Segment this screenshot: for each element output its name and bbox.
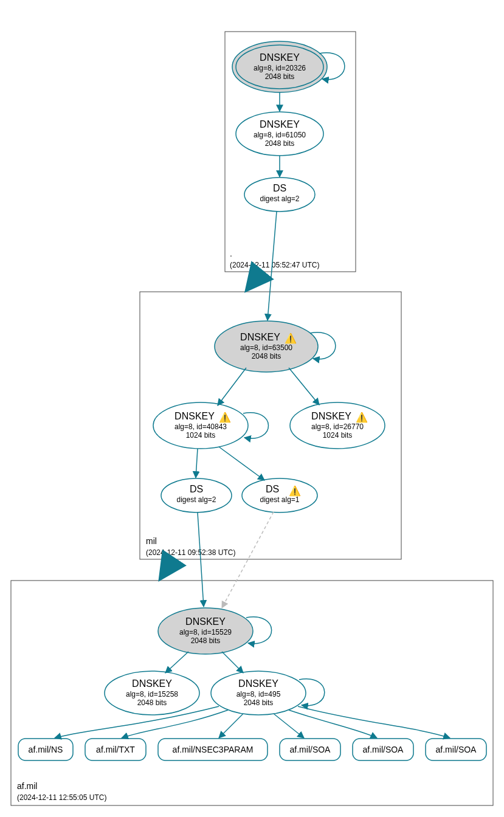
zone-afmil-label: af.mil <box>17 781 37 791</box>
warning-icon: ⚠️ <box>219 412 231 423</box>
node-mil-ksk-line2: 2048 bits <box>252 352 281 360</box>
node-mil-zsk2-title: DNSKEY <box>311 411 351 421</box>
node-mil-ds2-title: DS <box>190 484 203 494</box>
node-mil-zsk1-line1: alg=8, id=40843 <box>174 422 227 431</box>
node-mil-zsk2: DNSKEY ⚠️ alg=8, id=26770 1024 bits <box>290 402 385 449</box>
node-root-ksk-line2: 2048 bits <box>265 72 295 81</box>
zone-afmil-timestamp: (2024-12-11 12:55:05 UTC) <box>17 793 106 802</box>
rrset-nsec3-label: af.mil/NSEC3PARAM <box>173 745 254 754</box>
node-root-ds-title: DS <box>273 183 286 193</box>
warning-icon: ⚠️ <box>356 412 368 423</box>
node-mil-ds1-line1: digest alg=1 <box>260 495 299 504</box>
node-afmil-zsk1-title: DNSKEY <box>132 678 172 689</box>
node-root-ksk-title: DNSKEY <box>260 52 300 63</box>
node-mil-ds2-line1: digest alg=2 <box>176 495 216 504</box>
node-afmil-zsk1-line1: alg=8, id=15258 <box>126 690 178 698</box>
zone-root-timestamp: (2024-12-11 05:52:47 UTC) <box>230 261 319 269</box>
rrset-soa1-label: af.mil/SOA <box>290 745 331 754</box>
rrset-soa-1: af.mil/SOA <box>280 739 340 760</box>
rrset-soa2-label: af.mil/SOA <box>363 745 404 754</box>
node-mil-zsk2-line2: 1024 bits <box>323 431 353 440</box>
node-root-ksk: DNSKEY alg=8, id=20326 2048 bits <box>232 41 327 92</box>
node-afmil-zsk1: DNSKEY alg=8, id=15258 2048 bits <box>105 671 199 715</box>
node-afmil-ksk-line2: 2048 bits <box>191 636 221 645</box>
node-root-zsk: DNSKEY alg=8, id=61050 2048 bits <box>236 112 323 156</box>
node-afmil-ksk-line1: alg=8, id=15529 <box>179 628 232 636</box>
node-root-zsk-line2: 2048 bits <box>265 139 295 148</box>
rrset-soa-3: af.mil/SOA <box>426 739 486 760</box>
node-afmil-zsk2-line1: alg=8, id=495 <box>236 690 281 698</box>
node-mil-zsk2-line1: alg=8, id=26770 <box>311 422 364 431</box>
zone-mil-timestamp: (2024-12-11 09:52:38 UTC) <box>146 548 235 557</box>
node-mil-ksk-line1: alg=8, id=63500 <box>240 343 292 352</box>
dnssec-diagram: . (2024-12-11 05:52:47 UTC) DNSKEY alg=8… <box>0 0 504 817</box>
rrset-ns-label: af.mil/NS <box>29 745 63 754</box>
node-afmil-zsk2-title: DNSKEY <box>238 678 278 689</box>
node-afmil-zsk1-line2: 2048 bits <box>137 698 167 707</box>
node-mil-zsk1-title: DNSKEY <box>174 411 215 421</box>
node-mil-ds1: DS ⚠️ digest alg=1 <box>242 478 317 512</box>
rrset-nsec3param: af.mil/NSEC3PARAM <box>158 739 268 760</box>
node-root-ds: DS digest alg=2 <box>244 178 315 212</box>
node-mil-zsk1: DNSKEY ⚠️ alg=8, id=40843 1024 bits <box>153 402 248 449</box>
zone-mil-label: mil <box>146 536 157 546</box>
node-mil-ds2: DS digest alg=2 <box>161 478 232 512</box>
rrset-ns: af.mil/NS <box>18 739 73 760</box>
node-afmil-zsk2-line2: 2048 bits <box>244 698 274 707</box>
node-mil-ksk-title: DNSKEY <box>240 332 280 342</box>
warning-icon: ⚠️ <box>285 333 297 344</box>
rrset-txt: af.mil/TXT <box>85 739 146 760</box>
zone-root-label: . <box>230 249 232 258</box>
rrset-txt-label: af.mil/TXT <box>96 745 135 754</box>
node-afmil-ksk: DNSKEY alg=8, id=15529 2048 bits <box>158 608 253 654</box>
node-mil-ds1-title: DS <box>266 484 279 494</box>
node-mil-zsk1-line2: 1024 bits <box>186 431 216 440</box>
node-mil-ksk: DNSKEY ⚠️ alg=8, id=63500 2048 bits <box>215 321 318 372</box>
node-root-ksk-line1: alg=8, id=20326 <box>254 64 306 72</box>
node-root-zsk-line1: alg=8, id=61050 <box>254 131 306 139</box>
node-afmil-zsk2: DNSKEY alg=8, id=495 2048 bits <box>211 671 306 715</box>
rrset-soa-2: af.mil/SOA <box>353 739 413 760</box>
node-root-ds-line1: digest alg=2 <box>260 195 299 203</box>
node-afmil-ksk-title: DNSKEY <box>185 616 226 627</box>
rrset-soa3-label: af.mil/SOA <box>436 745 477 754</box>
node-root-zsk-title: DNSKEY <box>260 119 300 129</box>
